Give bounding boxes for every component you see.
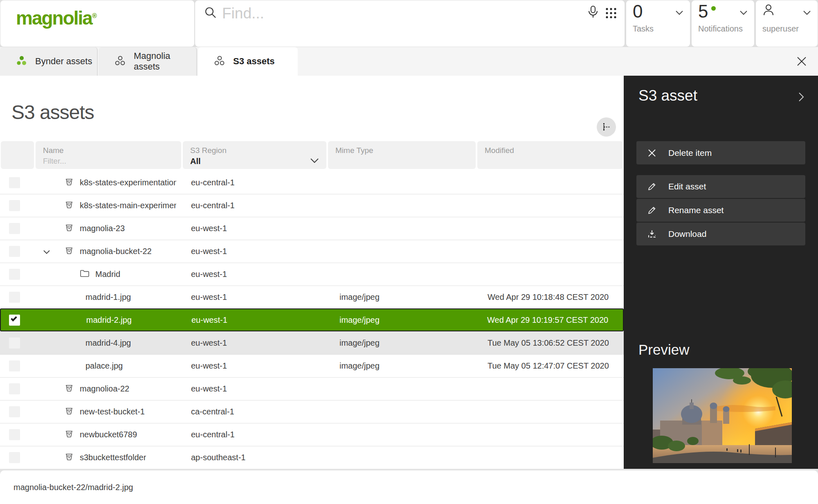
region-cell: eu-west-1: [182, 309, 327, 331]
name-cell: madrid-1.jpg: [35, 286, 182, 308]
name-filter-input[interactable]: [43, 157, 166, 166]
bynder-circles-icon: [16, 55, 28, 68]
region-cell: eu-west-1: [182, 332, 327, 354]
mime-cell: [327, 217, 476, 240]
table-row[interactable]: new-test-bucket-1 ca-central-1: [0, 400, 624, 423]
user-widget[interactable]: superuser: [756, 0, 818, 47]
row-checkbox[interactable]: [9, 223, 20, 234]
tasks-label: Tasks: [633, 24, 654, 34]
table-row[interactable]: k8s-states-experimentation eu-central-1: [0, 171, 624, 194]
row-checkbox[interactable]: [9, 177, 20, 188]
row-name: s3buckettestfolder: [80, 453, 146, 462]
region-cell: eu-west-1: [182, 240, 327, 263]
chevron-down-icon: [675, 9, 683, 17]
download-button[interactable]: Download: [636, 223, 805, 245]
mime-cell: [327, 378, 476, 400]
table-row[interactable]: s3buckettestfolder ap-southeast-1: [0, 446, 624, 469]
column-s3-region[interactable]: S3 Region All: [183, 141, 326, 169]
table-header: Name S3 Region All Mime Type Modified: [0, 140, 624, 170]
tab-s3-assets[interactable]: S3 assets: [198, 47, 298, 76]
mime-cell: [327, 194, 476, 217]
s3-bucket-icon: [64, 452, 74, 464]
row-checkbox[interactable]: [9, 429, 20, 440]
row-name: magnolia-23: [80, 224, 125, 233]
folder-icon: [80, 269, 90, 279]
table-row[interactable]: Madrid eu-west-1: [0, 263, 624, 286]
table-row[interactable]: magnolia-bucket-22 eu-west-1: [0, 240, 624, 263]
table-row[interactable]: magnolia-23 eu-west-1: [0, 217, 624, 240]
column-mime-type[interactable]: Mime Type: [328, 141, 476, 169]
table-row[interactable]: magnolioa-22 eu-west-1: [0, 377, 624, 400]
row-checkbox[interactable]: [9, 383, 20, 394]
column-modified[interactable]: Modified: [477, 141, 623, 169]
chevron-down-icon[interactable]: [310, 158, 319, 165]
sidebar-title: S3 asset: [638, 87, 697, 104]
chevron-right-icon[interactable]: [798, 92, 804, 103]
modified-cell: Wed Apr 29 10:19:57 CEST 2020: [476, 309, 623, 331]
modified-cell: [476, 194, 624, 217]
search-input[interactable]: [222, 4, 566, 23]
chevron-down-icon: [803, 9, 811, 17]
close-tab-icon[interactable]: [794, 54, 809, 69]
mime-cell: image/jpeg: [327, 286, 476, 308]
tab-label: S3 assets: [233, 56, 275, 67]
unread-dot: [711, 6, 716, 11]
delete-item-button[interactable]: Delete item: [636, 141, 805, 164]
modified-cell: [476, 378, 624, 400]
s3-bucket-icon: [64, 245, 74, 257]
mime-cell: [327, 263, 476, 286]
asset-circles-icon: [114, 55, 126, 68]
app-window: magnolia® 0 Tasks 5 Notificat: [0, 0, 818, 504]
name-cell: magnolioa-22: [35, 378, 182, 400]
rename-asset-button[interactable]: Rename asset: [636, 199, 805, 222]
region-cell: eu-west-1: [182, 263, 327, 286]
row-name: palace.jpg: [85, 361, 123, 371]
tab-label: Magnolia assets: [134, 51, 196, 72]
tab-bynder-assets[interactable]: Bynder assets: [0, 47, 98, 76]
row-checkbox[interactable]: [9, 338, 20, 349]
table-row[interactable]: madrid-4.jpg eu-west-1 image/jpeg Tue Ma…: [0, 331, 624, 354]
row-checkbox[interactable]: [9, 315, 20, 326]
table-row[interactable]: k8s-states-main-experimentation eu-centr…: [0, 194, 624, 217]
page-title: S3 assets: [11, 101, 94, 124]
notifications-widget[interactable]: 5 Notifications: [692, 0, 754, 47]
user-label: superuser: [762, 24, 799, 34]
microphone-icon[interactable]: [587, 5, 599, 21]
table-row[interactable]: madrid-2.jpg eu-west-1 image/jpeg Wed Ap…: [0, 308, 624, 331]
region-cell: eu-west-1: [182, 286, 327, 308]
region-cell: eu-west-1: [182, 378, 327, 400]
app-grid-icon[interactable]: [605, 7, 617, 21]
row-checkbox[interactable]: [9, 406, 20, 417]
table-row[interactable]: palace.jpg eu-west-1 image/jpeg Tue May …: [0, 354, 624, 377]
row-checkbox[interactable]: [9, 246, 20, 257]
tab-magnolia-assets[interactable]: Magnolia assets: [99, 47, 197, 76]
s3-assets-subapp: S3 assets Name S3 Region All Mime Typ: [0, 76, 624, 469]
asset-preview-image: [653, 368, 792, 463]
row-checkbox[interactable]: [9, 200, 20, 211]
s3-bucket-icon: [64, 429, 74, 441]
table-row[interactable]: newbucket6789 eu-central-1: [0, 423, 624, 446]
region-filter-value[interactable]: All: [190, 157, 201, 166]
table-row[interactable]: madrid-1.jpg eu-west-1 image/jpeg Wed Ap…: [0, 286, 624, 308]
action-label: Rename asset: [668, 205, 724, 215]
tasks-count: 0: [633, 1, 643, 22]
mime-cell: [327, 240, 476, 263]
collapse-chevron-icon[interactable]: [43, 247, 50, 256]
tasks-widget[interactable]: 0 Tasks: [626, 0, 690, 47]
s3-bucket-icon: [64, 177, 74, 189]
row-checkbox[interactable]: [9, 269, 20, 280]
row-checkbox[interactable]: [9, 292, 20, 303]
tree-view-toggle-button[interactable]: [597, 117, 616, 137]
modified-cell: Tue May 05 13:06:52 CEST 2020: [476, 332, 624, 354]
row-name: k8s-states-experimentation: [80, 178, 176, 187]
row-checkbox[interactable]: [9, 360, 20, 371]
notifications-label: Notifications: [698, 24, 743, 34]
row-name: k8s-states-main-experimentation: [80, 201, 176, 210]
checkbox-cell: [0, 378, 35, 400]
checkbox-cell: [0, 263, 35, 286]
region-cell: eu-central-1: [182, 423, 327, 446]
edit-asset-button[interactable]: Edit asset: [636, 175, 805, 198]
close-icon: [647, 148, 657, 158]
column-name[interactable]: Name: [36, 141, 181, 169]
row-checkbox[interactable]: [9, 452, 20, 463]
